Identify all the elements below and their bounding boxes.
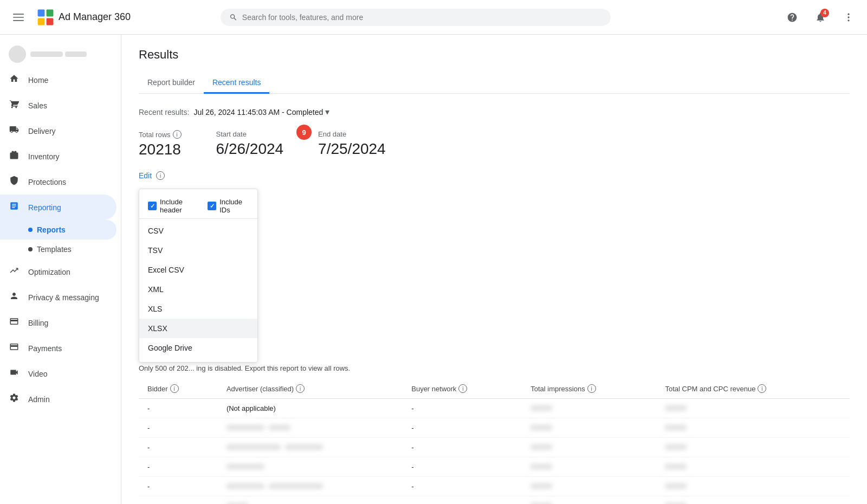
svg-rect-0: [13, 14, 24, 15]
cell-total-cpm: [656, 438, 850, 457]
table-row: - -: [139, 418, 850, 438]
help-button[interactable]: [782, 8, 802, 27]
sidebar-item-home[interactable]: Home: [0, 67, 117, 93]
account-info: [30, 51, 87, 57]
sidebar-item-optimization[interactable]: Optimization: [0, 259, 117, 285]
col-total-cpm: Total CPM and CPC revenue i: [656, 379, 850, 399]
sidebar-item-privacy-messaging[interactable]: Privacy & messaging: [0, 285, 117, 310]
table-row: - -: [139, 457, 850, 477]
sidebar-item-protections[interactable]: Protections: [0, 169, 117, 195]
templates-dot: [28, 247, 33, 251]
total-rows-label: Total rows i: [139, 130, 182, 139]
search-input[interactable]: [242, 13, 603, 22]
app-logo[interactable]: Ad Manager 360: [37, 9, 131, 26]
tabs: Report builder Recent results: [139, 73, 850, 94]
cell-bidder: -: [139, 496, 218, 505]
sidebar-item-video[interactable]: Video: [0, 361, 117, 386]
cell-total-impressions: [522, 418, 656, 438]
cell-buyer-network: -: [403, 418, 522, 438]
total-rows-value: 20218: [139, 141, 182, 158]
video-icon: [9, 367, 20, 380]
svg-point-8: [847, 16, 849, 18]
edit-info-icon[interactable]: i: [156, 171, 165, 180]
export-dropdown: ✓ Include header ✓ Include IDs CSV TSV: [139, 189, 258, 363]
table-header: Bidder i Advertiser (classified) i: [139, 379, 850, 399]
export-format-csv[interactable]: CSV: [139, 221, 257, 241]
export-format-google-drive[interactable]: Google Drive: [139, 338, 257, 358]
cell-total-cpm: [656, 477, 850, 496]
buyer-network-info-icon[interactable]: i: [458, 384, 467, 393]
search-container: [221, 9, 611, 26]
svg-point-7: [847, 13, 849, 15]
sidebar-item-delivery[interactable]: Delivery: [0, 118, 117, 144]
col-buyer-network: Buyer network i: [403, 379, 522, 399]
total-impressions-info-icon[interactable]: i: [587, 384, 596, 393]
sidebar-item-payments[interactable]: Payments: [0, 335, 117, 361]
sidebar-item-inventory[interactable]: Inventory: [0, 144, 117, 169]
page-title: Results: [139, 48, 850, 62]
svg-rect-6: [47, 18, 54, 25]
start-date-block: Start date 6/26/2024: [216, 130, 284, 158]
table-row: - -: [139, 477, 850, 496]
content-area: Results Report builder Recent results Re…: [121, 35, 867, 504]
col-advertiser: Advertiser (classified) i: [218, 379, 403, 399]
cell-total-impressions: [522, 399, 656, 418]
start-date-label: Start date: [216, 130, 284, 138]
export-format-excel-csv[interactable]: Excel CSV: [139, 260, 257, 280]
sidebar-item-sales[interactable]: Sales: [0, 93, 117, 118]
notification-badge: 4: [820, 9, 829, 17]
sidebar-item-delivery-label: Delivery: [28, 127, 56, 135]
include-ids-checkbox[interactable]: ✓ Include IDs: [208, 198, 249, 214]
export-format-xml[interactable]: XML: [139, 280, 257, 299]
export-format-tsv[interactable]: TSV: [139, 241, 257, 260]
sidebar-item-reporting[interactable]: Reporting: [0, 195, 117, 220]
cell-total-cpm: [656, 457, 850, 477]
tab-report-builder[interactable]: Report builder: [139, 73, 204, 94]
sidebar-item-admin[interactable]: Admin: [0, 386, 117, 412]
col-total-impressions: Total impressions i: [522, 379, 656, 399]
include-header-checkbox[interactable]: ✓ Include header: [148, 198, 199, 214]
notifications-button[interactable]: 4: [811, 8, 830, 27]
cell-bidder: -: [139, 477, 218, 496]
sidebar-item-reports[interactable]: Reports: [0, 220, 117, 240]
end-date-label: End date: [318, 130, 386, 138]
more-options-button[interactable]: [839, 8, 858, 27]
total-rows-info-icon[interactable]: i: [173, 130, 182, 139]
cell-buyer-network: -: [403, 477, 522, 496]
edit-button[interactable]: Edit: [139, 171, 152, 180]
cell-bidder: -: [139, 438, 218, 457]
sidebar-account: [0, 39, 121, 67]
export-format-xls[interactable]: XLS: [139, 299, 257, 319]
recent-results-selector[interactable]: Jul 26, 2024 11:45:03 AM - Completed ▾: [193, 107, 329, 117]
sidebar-item-billing[interactable]: Billing: [0, 310, 117, 335]
svg-rect-4: [47, 9, 54, 16]
bidder-info-icon[interactable]: i: [170, 384, 179, 393]
svg-rect-5: [38, 18, 45, 25]
cell-total-impressions: [522, 438, 656, 457]
export-dropdown-header: ✓ Include header ✓ Include IDs: [139, 193, 257, 219]
end-date-notification-badge: 9: [296, 125, 312, 140]
sidebar-item-templates[interactable]: Templates: [0, 240, 117, 259]
inventory-icon: [9, 150, 20, 163]
advertiser-info-icon[interactable]: i: [296, 384, 305, 393]
start-date-value: 6/26/2024: [216, 140, 284, 158]
sidebar-item-inventory-label: Inventory: [28, 152, 60, 161]
cell-advertiser: [218, 457, 403, 477]
cell-bidder: -: [139, 418, 218, 438]
sidebar-item-protections-label: Protections: [28, 178, 66, 186]
delivery-icon: [9, 125, 20, 137]
tab-recent-results[interactable]: Recent results: [204, 73, 269, 94]
recent-results-dropdown-arrow: ▾: [325, 107, 329, 117]
cell-advertiser: (Not applicable): [218, 399, 403, 418]
reports-dot: [28, 228, 33, 232]
menu-icon[interactable]: [9, 8, 28, 27]
total-cpm-info-icon[interactable]: i: [758, 384, 766, 393]
sidebar-item-optimization-label: Optimization: [28, 268, 70, 276]
cell-total-impressions: [522, 496, 656, 505]
admin-icon: [9, 393, 20, 405]
reporting-icon: [9, 201, 20, 214]
export-format-xlsx[interactable]: XLSX: [139, 319, 257, 338]
billing-icon: [9, 316, 20, 329]
svg-point-9: [847, 20, 849, 21]
sidebar: Home Sales Delivery Inventory Protection…: [0, 35, 121, 504]
